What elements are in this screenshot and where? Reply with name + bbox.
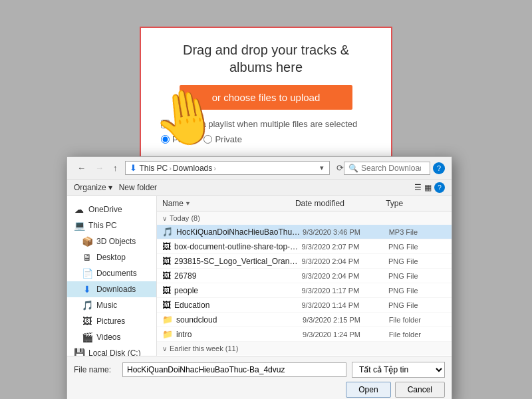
choose-files-button[interactable]: or choose files to upload [180,85,352,110]
sidebar-label-onedrive: OneDrive [88,205,122,214]
cancel-button[interactable]: Cancel [395,382,445,398]
public-radio[interactable] [161,135,170,144]
sidebar-item-music[interactable]: 🎵 Music [67,297,156,313]
address-part1: This PC [140,164,168,173]
file-type: PNG File [388,301,446,309]
file-row[interactable]: 🖼 26789 9/3/2020 2:04 PM PNG File [157,269,452,283]
file-row[interactable]: 🎵 HocKiQuanDoiNhacHieuBaoThuc-Ba_4d... 9… [157,225,452,239]
file-date: 9/3/2020 3:46 PM [303,228,389,236]
file-date: 9/3/2020 1:14 PM [301,301,388,309]
videos-icon: 🎬 [82,332,92,342]
organize-arrow: ▾ [108,183,112,192]
help-button[interactable]: ? [433,162,445,174]
sidebar-item-desktop[interactable]: 🖥 Desktop [67,249,156,265]
col-name-header[interactable]: Name [162,199,295,208]
address-dropdown-btn[interactable]: ▾ [319,164,325,172]
sidebar-label-music: Music [96,301,117,310]
sidebar-item-videos[interactable]: 🎬 Videos [67,329,156,345]
toolbar-right: ☰ ▦ ? [414,182,445,193]
desktop-icon: 🖥 [82,252,92,263]
file-row[interactable]: 🖼 293815-SC_Logo_Vertical_Orange_2x-222.… [157,254,452,269]
filename-row: File name: Tất cả Tệp tin MP3 Files WAV … [74,362,445,378]
playlist-label: Make a playlist when multiple files are … [178,119,357,129]
file-type: PNG File [388,257,446,265]
file-icon-png: 🖼 [162,241,171,251]
search-icon: 🔍 [348,164,358,173]
upload-title: Drag and drop your tracks & albums here [161,41,371,76]
sidebar-item-documents[interactable]: 📄 Documents [67,265,156,281]
col-date-header[interactable]: Date modified [295,199,386,208]
dialog-actions: Open Cancel [74,382,445,398]
new-folder-button[interactable]: New folder [119,183,157,192]
sidebar-item-onedrive[interactable]: ☁ OneDrive [67,201,156,217]
sidebar-label-localc: Local Disk (C:) [88,348,141,356]
file-type: File folder [389,316,446,324]
file-icon-png2: 🖼 [162,256,171,266]
playlist-checkbox[interactable] [161,120,170,128]
group-label-today: Today (8) [170,214,200,222]
filetype-select[interactable]: Tất cả Tệp tin MP3 Files WAV Files FLAC … [352,362,445,378]
dialog-sidebar: ☁ OneDrive 💻 This PC 📦 3D Objects 🖥 Desk… [67,196,157,356]
dialog-bottom: File name: Tất cả Tệp tin MP3 Files WAV … [67,356,452,399]
private-radio[interactable] [203,135,212,144]
forward-button[interactable]: → [92,162,107,174]
search-box[interactable]: 🔍 [344,162,430,175]
sidebar-item-downloads[interactable]: ⬇ Downloads [67,281,156,297]
sidebar-item-localc[interactable]: 💾 Local Disk (C:) [67,345,156,356]
open-button[interactable]: Open [346,382,390,398]
group-label-earlier: Earlier this week (11) [170,344,238,352]
file-row[interactable]: 📁 intro 9/3/2020 1:24 PM File folder [157,327,452,342]
public-radio-label[interactable]: Public [161,134,196,144]
group-earlier[interactable]: ∨ Earlier this week (11) [157,342,452,355]
group-today[interactable]: ∨ Today (8) [157,211,452,225]
address-parts: This PC › Downloads › [140,164,317,173]
address-bar[interactable]: ⬇ This PC › Downloads › ▾ [125,161,331,175]
file-type: PNG File [388,287,446,295]
sidebar-label-documents: Documents [96,269,137,278]
organize-label: Organize [74,183,106,192]
file-icon-mp3: 🎵 [162,227,173,237]
filename-label: File name: [74,365,117,374]
playlist-row: Make a playlist when multiple files are … [161,119,371,129]
view-list-btn[interactable]: ☰ [414,183,422,192]
back-button[interactable]: ← [74,162,89,174]
upload-dropzone: Drag and drop your tracks & albums here … [140,27,392,159]
group-toggle-earlier: ∨ [162,345,167,352]
search-input[interactable] [361,164,421,173]
file-icon-png5: 🖼 [162,300,171,310]
view-help-btn[interactable]: ? [434,182,445,193]
private-radio-label[interactable]: Private [203,134,241,144]
onedrive-icon: ☁ [74,204,84,215]
up-button[interactable]: ↑ [110,162,121,174]
music-icon: 🎵 [82,300,92,311]
col-type-header[interactable]: Type [386,199,446,208]
file-date: 9/3/2020 1:17 PM [301,287,388,295]
file-date: 9/3/2020 2:04 PM [301,272,388,280]
filename-input[interactable] [122,362,346,377]
file-icon-folder1: 📁 [162,315,173,325]
dialog-titlebar: ← → ↑ ⬇ This PC › Downloads › ▾ ⟳ 🔍 ? [67,157,452,180]
file-row[interactable]: 📁 soundcloud 9/3/2020 2:15 PM File folde… [157,313,452,327]
organize-button[interactable]: Organize ▾ [74,183,112,192]
refresh-button[interactable]: ⟳ [336,163,344,173]
file-name: Education [174,301,301,310]
file-name: people [174,286,301,295]
view-options-btn[interactable]: ▦ [424,183,432,192]
sidebar-item-3dobjects[interactable]: 📦 3D Objects [67,233,156,249]
sidebar-label-downloads: Downloads [96,285,136,294]
file-row[interactable]: 🖼 Untitled-1 9/1/2020 5:12 PM Adobe Phot… [157,355,452,356]
privacy-row: Public Private [161,134,371,144]
documents-icon: 📄 [82,268,92,279]
filelist-header: Name Date modified Type [157,196,452,211]
address-sep1: › [169,164,172,172]
download-icon: ⬇ [130,163,137,173]
new-folder-label: New folder [119,183,157,192]
sidebar-item-thispc[interactable]: 💻 This PC [67,217,156,233]
file-date: 9/3/2020 2:07 PM [301,243,388,251]
file-row[interactable]: 🖼 Education 9/3/2020 1:14 PM PNG File [157,298,452,313]
sidebar-item-pictures[interactable]: 🖼 Pictures [67,313,156,329]
file-row[interactable]: 🖼 people 9/3/2020 1:17 PM PNG File [157,283,452,298]
file-row[interactable]: 🖼 box-document-outline-share-top-upl... … [157,239,452,254]
dialog-content: ☁ OneDrive 💻 This PC 📦 3D Objects 🖥 Desk… [67,196,452,356]
address-sep2: › [213,164,216,172]
